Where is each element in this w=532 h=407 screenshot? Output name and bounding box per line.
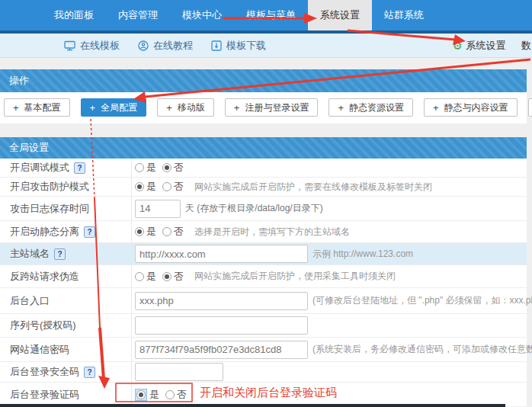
- row-label: 后台登录安全码: [10, 365, 79, 379]
- tab-system-settings[interactable]: 系统设置: [308, 0, 372, 30]
- radio-label: 否: [177, 388, 187, 402]
- row-hint: (可修改后台登陆地址，但 ".php" 必须保留，如：xxx.php ): [312, 294, 532, 307]
- row-hint: 示例 http://www.123.com: [312, 248, 413, 261]
- tab-content[interactable]: 内容管理: [106, 0, 170, 30]
- operations-panel-header: 操作: [0, 69, 527, 92]
- button-label: 注册与登录设置: [245, 101, 309, 114]
- row-hint: 网站实施完成后开启防护，需要在线修改模板及标签时关闭: [194, 181, 432, 194]
- plus-icon: +: [433, 102, 439, 114]
- table-row-static-split: 开启动静态分离 ? 是 否 选择是开启时，需填写下方的主站域名: [0, 221, 527, 243]
- radio-no[interactable]: [165, 390, 175, 399]
- secondary-toolbar: 在线模板 在线教程 模板下载 ⚙ 系统设置 数: [0, 34, 532, 58]
- main-domain-input[interactable]: [135, 245, 308, 263]
- comm-password-input[interactable]: [135, 341, 308, 359]
- radio-yes[interactable]: [135, 227, 144, 236]
- table-row-attack-protection: 开启攻击防护模式 是 否 网站实施完成后开启防护，需要在线修改模板及标签时关闭: [0, 178, 527, 197]
- radio-group: 是 否: [135, 161, 190, 175]
- help-icon[interactable]: ?: [84, 226, 95, 238]
- static-resource-settings-button[interactable]: +静态资源设置: [328, 98, 413, 117]
- radio-label: 是: [146, 161, 156, 175]
- online-templates-link[interactable]: 在线模板: [64, 39, 120, 53]
- download-icon: [211, 40, 222, 51]
- tab-dashboard[interactable]: 我的面板: [42, 0, 106, 30]
- radio-no[interactable]: [162, 227, 171, 236]
- global-settings-panel: 全局设置 开启调试模式 ? 是 否 开启攻击防护模式 是 否 网站实施完成后开启…: [0, 137, 527, 406]
- row-hint: 选择是开启时，需填写下方的主站域名: [194, 226, 350, 239]
- toolbar-item-label: 在线模板: [80, 39, 120, 53]
- login-security-code-input[interactable]: [135, 363, 223, 381]
- toolbar-item-label: 在线教程: [153, 39, 193, 53]
- radio-label: 是: [149, 388, 159, 402]
- table-row-comm-password: 网站通信密码 (系统安装后，务必修改通信密码，可添加或修改任意数字): [0, 338, 527, 362]
- row-label: 序列号(授权码): [10, 319, 76, 332]
- button-label: 基本配置: [24, 101, 61, 114]
- table-row-anti-csrf: 反跨站请求伪造 是 否 网站实施完成后开启防护，使用采集工具时须关闭: [0, 265, 527, 288]
- radio-group: 是 否: [135, 388, 193, 402]
- table-row-login-security-code: 后台登录安全码 ?: [0, 362, 527, 383]
- radio-no[interactable]: [162, 272, 171, 281]
- radio-label: 否: [174, 180, 184, 194]
- row-label: 网站通信密码: [10, 343, 69, 357]
- basic-config-button[interactable]: +基本配置: [4, 98, 70, 117]
- row-label: 攻击日志保存时间: [10, 202, 89, 216]
- toolbar-left: 在线模板 在线教程 模板下载: [64, 34, 266, 58]
- global-settings-header: 全局设置: [0, 137, 527, 159]
- radio-label: 是: [146, 270, 156, 284]
- tab-modules[interactable]: 模块中心: [170, 0, 234, 30]
- top-nav: 我的面板 内容管理 模块中心 模板与菜单 系统设置 站群系统: [0, 0, 532, 30]
- gear-icon: ⚙: [453, 40, 463, 51]
- row-hint: 网站实施完成后开启防护，使用采集工具时须关闭: [194, 270, 396, 283]
- monitor-icon: [64, 40, 75, 51]
- tutorial-icon: [138, 40, 149, 51]
- button-label: 移动版: [178, 101, 205, 114]
- radio-focus-ring: [135, 389, 147, 401]
- radio-label: 否: [174, 270, 184, 284]
- help-icon[interactable]: ?: [74, 162, 85, 174]
- radio-yes[interactable]: [136, 390, 146, 399]
- register-login-settings-button[interactable]: +注册与登录设置: [225, 98, 319, 117]
- system-settings-link[interactable]: ⚙ 系统设置: [453, 34, 506, 58]
- admin-entry-input[interactable]: [135, 292, 308, 310]
- table-row-debug-mode: 开启调试模式 ? 是 否: [0, 159, 527, 178]
- template-download-link[interactable]: 模板下载: [211, 39, 266, 53]
- table-row-main-domain: 主站域名 ? 示例 http://www.123.com: [0, 243, 527, 265]
- attribute-permission-button[interactable]: +属性权限: [528, 98, 532, 117]
- tab-site-group[interactable]: 站群系统: [372, 0, 436, 30]
- radio-group: 是 否: [135, 180, 190, 194]
- plus-icon: +: [90, 102, 96, 114]
- online-tutorial-link[interactable]: 在线教程: [138, 39, 193, 53]
- clipped-toolbar-item[interactable]: 数: [521, 34, 531, 58]
- radio-yes[interactable]: [135, 182, 144, 191]
- operations-panel: 操作 +基本配置 +全局配置 +移动版 +注册与登录设置 +静态资源设置 +静态…: [0, 69, 527, 123]
- radio-no[interactable]: [162, 182, 171, 191]
- plus-icon: +: [166, 102, 172, 114]
- radio-group: 是 否: [135, 225, 190, 239]
- tab-templates-menu[interactable]: 模板与菜单: [234, 0, 308, 30]
- radio-yes[interactable]: [135, 163, 144, 172]
- bottom-bar: [0, 404, 505, 407]
- radio-no[interactable]: [162, 163, 171, 172]
- mobile-version-button[interactable]: +移动版: [157, 98, 214, 117]
- radio-label: 否: [174, 225, 184, 239]
- log-days-input[interactable]: [135, 200, 181, 218]
- row-label: 开启动静态分离: [10, 225, 79, 239]
- plus-icon: +: [338, 102, 344, 114]
- table-row-log-keep-time: 攻击日志保存时间 天 (存放于根目录/data/log/目录下): [0, 197, 527, 221]
- global-config-button[interactable]: +全局配置: [81, 98, 147, 117]
- row-label: 主站域名: [10, 247, 50, 261]
- table-row-login-captcha: 后台登录验证码 是 否: [0, 383, 527, 406]
- row-hint: (系统安装后，务必修改通信密码，可添加或修改任意数字): [312, 343, 532, 356]
- button-label: 静态资源设置: [349, 101, 404, 114]
- serial-number-input[interactable]: [135, 316, 308, 335]
- radio-yes[interactable]: [135, 272, 144, 281]
- help-icon[interactable]: ?: [84, 367, 95, 378]
- row-hint: 天 (存放于根目录/data/log/目录下): [185, 202, 323, 215]
- table-row-admin-entry: 后台入口 (可修改后台登陆地址，但 ".php" 必须保留，如：xxx.php …: [0, 288, 527, 314]
- static-content-settings-button[interactable]: +静态与内容设置: [424, 98, 518, 117]
- toolbar-item-label: 系统设置: [466, 39, 506, 53]
- help-icon[interactable]: ?: [54, 248, 66, 260]
- radio-group: 是 否: [135, 270, 190, 284]
- toolbar-item-label: 模板下载: [226, 39, 266, 53]
- plus-icon: +: [13, 102, 19, 114]
- button-label: 全局配置: [101, 101, 137, 114]
